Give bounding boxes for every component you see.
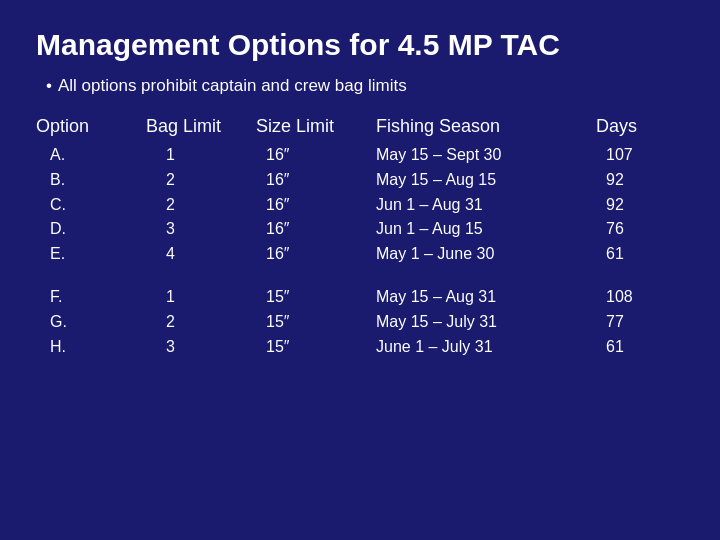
cell-size: 16″ (256, 217, 376, 242)
page: Management Options for 4.5 MP TAC •All o… (0, 0, 720, 540)
cell-season: May 15 – Aug 15 (376, 168, 596, 193)
cell-option: G. (36, 310, 146, 335)
cell-option: C. (36, 193, 146, 218)
col-size-limit: Size Limit (256, 116, 376, 137)
row-group-1: F.115″May 15 – Aug 31108G.215″May 15 – J… (36, 285, 684, 359)
cell-option: H. (36, 335, 146, 360)
cell-bag: 1 (146, 143, 256, 168)
cell-option: B. (36, 168, 146, 193)
col-option: Option (36, 116, 146, 137)
table-header: Option Bag Limit Size Limit Fishing Seas… (36, 116, 684, 137)
subtitle-text: All options prohibit captain and crew ba… (58, 76, 407, 95)
cell-bag: 4 (146, 242, 256, 267)
table-row: A.116″May 15 – Sept 30107 (36, 143, 684, 168)
table-row: H.315″June 1 – July 3161 (36, 335, 684, 360)
cell-days: 108 (596, 285, 676, 310)
cell-size: 16″ (256, 168, 376, 193)
table-row: F.115″May 15 – Aug 31108 (36, 285, 684, 310)
bullet-point: • (46, 76, 52, 95)
table: Option Bag Limit Size Limit Fishing Seas… (36, 116, 684, 520)
cell-size: 16″ (256, 143, 376, 168)
table-row: E.416″May 1 – June 3061 (36, 242, 684, 267)
cell-size: 15″ (256, 285, 376, 310)
cell-season: May 1 – June 30 (376, 242, 596, 267)
table-row: G.215″May 15 – July 3177 (36, 310, 684, 335)
table-body: A.116″May 15 – Sept 30107B.216″May 15 – … (36, 143, 684, 377)
cell-days: 61 (596, 242, 676, 267)
subtitle: •All options prohibit captain and crew b… (36, 76, 684, 96)
cell-option: F. (36, 285, 146, 310)
col-fishing-season: Fishing Season (376, 116, 596, 137)
cell-size: 15″ (256, 335, 376, 360)
cell-bag: 3 (146, 217, 256, 242)
cell-days: 77 (596, 310, 676, 335)
cell-season: May 15 – Sept 30 (376, 143, 596, 168)
cell-size: 16″ (256, 193, 376, 218)
cell-option: A. (36, 143, 146, 168)
cell-bag: 2 (146, 310, 256, 335)
cell-days: 92 (596, 193, 676, 218)
page-title: Management Options for 4.5 MP TAC (36, 28, 684, 62)
cell-size: 16″ (256, 242, 376, 267)
cell-option: E. (36, 242, 146, 267)
cell-season: May 15 – Aug 31 (376, 285, 596, 310)
cell-bag: 3 (146, 335, 256, 360)
cell-season: Jun 1 – Aug 31 (376, 193, 596, 218)
table-row: C.216″Jun 1 – Aug 3192 (36, 193, 684, 218)
cell-days: 107 (596, 143, 676, 168)
cell-days: 76 (596, 217, 676, 242)
cell-option: D. (36, 217, 146, 242)
cell-bag: 1 (146, 285, 256, 310)
cell-size: 15″ (256, 310, 376, 335)
cell-days: 61 (596, 335, 676, 360)
col-days: Days (596, 116, 676, 137)
cell-bag: 2 (146, 168, 256, 193)
row-group-0: A.116″May 15 – Sept 30107B.216″May 15 – … (36, 143, 684, 267)
col-bag-limit: Bag Limit (146, 116, 256, 137)
cell-season: May 15 – July 31 (376, 310, 596, 335)
cell-season: Jun 1 – Aug 15 (376, 217, 596, 242)
table-row: B.216″May 15 – Aug 1592 (36, 168, 684, 193)
cell-season: June 1 – July 31 (376, 335, 596, 360)
cell-days: 92 (596, 168, 676, 193)
cell-bag: 2 (146, 193, 256, 218)
table-row: D.316″Jun 1 – Aug 1576 (36, 217, 684, 242)
